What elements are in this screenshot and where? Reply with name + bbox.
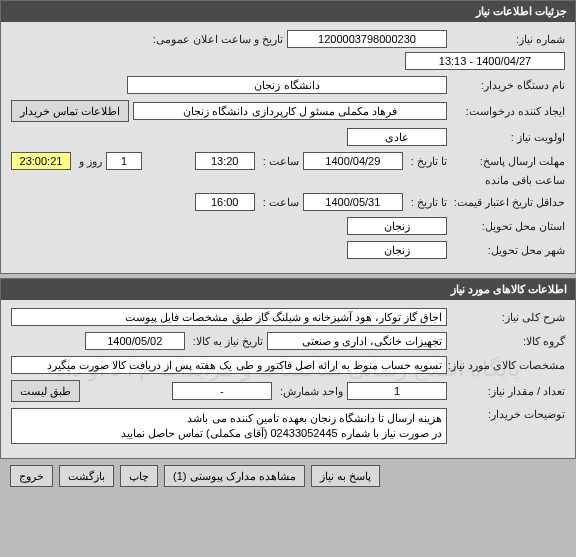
requester-field[interactable] — [133, 102, 447, 120]
quantity-label: تعداد / مقدار نیاز: — [451, 385, 565, 398]
back-button[interactable]: بازگشت — [59, 465, 114, 487]
announce-datetime-field[interactable] — [405, 52, 565, 70]
footer-button-bar: پاسخ به نیاز مشاهده مدارک پیوستی (1) چاپ… — [0, 459, 576, 493]
hours-remaining-label: ساعت باقی مانده — [481, 174, 565, 187]
reply-deadline-label: مهلت ارسال پاسخ: — [451, 155, 565, 168]
city-label: شهر محل تحویل: — [451, 244, 565, 257]
unit-field[interactable] — [172, 382, 272, 400]
items-header: اطلاعات کالاهای مورد نیاز — [1, 279, 575, 300]
validity-time-field[interactable] — [195, 193, 255, 211]
requester-label: ایجاد کننده درخواست: — [451, 105, 565, 118]
need-date-field[interactable] — [85, 332, 185, 350]
to-date-label-1: تا تاریخ : — [407, 155, 447, 168]
unit-label: واحد شمارش: — [276, 385, 343, 398]
priority-field[interactable] — [347, 128, 447, 146]
need-description-label: شرح کلی نیاز: — [451, 311, 565, 324]
reply-to-need-button[interactable]: پاسخ به نیاز — [311, 465, 380, 487]
city-field[interactable] — [347, 241, 447, 259]
need-date-label: تاریخ نیاز به کالا: — [189, 335, 263, 348]
goods-specs-label: مشخصات کالای مورد نیاز: — [451, 359, 565, 372]
buyer-notes-label: توضیحات خریدار: — [451, 408, 565, 421]
buyer-label: نام دستگاه خریدار: — [451, 79, 565, 92]
to-date-label-2: تا تاریخ : — [407, 196, 447, 209]
view-attachments-button[interactable]: مشاهده مدارک پیوستی (1) — [164, 465, 305, 487]
reply-time-field[interactable] — [195, 152, 255, 170]
province-label: استان محل تحویل: — [451, 220, 565, 233]
time-label-1: ساعت : — [259, 155, 299, 168]
province-field[interactable] — [347, 217, 447, 235]
reply-to-date-field[interactable] — [303, 152, 403, 170]
validity-to-date-field[interactable] — [303, 193, 403, 211]
countdown-field — [11, 152, 71, 170]
goods-specs-field[interactable] — [11, 356, 447, 374]
need-details-panel: جزئیات اطلاعات نیاز شماره نیاز: تاریخ و … — [0, 0, 576, 274]
need-description-field[interactable] — [11, 308, 447, 326]
items-panel: اطلاعات کالاهای مورد نیاز پایگاه اطلاع ر… — [0, 278, 576, 459]
priority-label: اولویت نیاز : — [451, 131, 565, 144]
quantity-field[interactable] — [347, 382, 447, 400]
buyer-contact-button[interactable]: اطلاعات تماس خریدار — [11, 100, 129, 122]
as-list-button[interactable]: طبق لیست — [11, 380, 80, 402]
need-number-field[interactable] — [287, 30, 447, 48]
announce-datetime-label: تاریخ و ساعت اعلان عمومی: — [149, 33, 283, 46]
buyer-field[interactable] — [127, 76, 447, 94]
price-validity-label: حداقل تاریخ اعتبار قیمت: — [451, 196, 565, 209]
goods-group-label: گروه کالا: — [451, 335, 565, 348]
print-button[interactable]: چاپ — [120, 465, 158, 487]
exit-button[interactable]: خروج — [10, 465, 53, 487]
buyer-notes-field[interactable] — [11, 408, 447, 444]
need-details-header: جزئیات اطلاعات نیاز — [1, 1, 575, 22]
need-number-label: شماره نیاز: — [451, 33, 565, 46]
time-label-2: ساعت : — [259, 196, 299, 209]
days-remaining-field[interactable] — [106, 152, 142, 170]
goods-group-field[interactable] — [267, 332, 447, 350]
days-and-label: روز و — [75, 155, 102, 168]
